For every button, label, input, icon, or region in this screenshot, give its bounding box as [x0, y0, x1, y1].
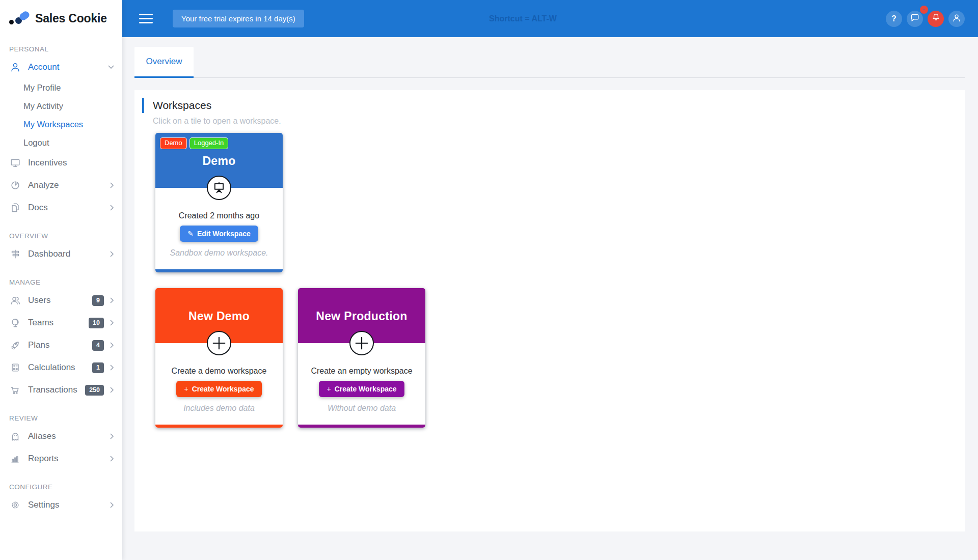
monitor-icon	[9, 157, 21, 169]
calculator-icon	[9, 361, 21, 374]
chevron-right-icon	[110, 365, 114, 371]
sidebar-item-users[interactable]: Users 9	[0, 289, 122, 312]
section-label-configure: CONFIGURE	[0, 483, 122, 491]
sidebar-item-reports[interactable]: Reports	[0, 447, 122, 470]
workspace-tile-new-demo[interactable]: New Demo Create a demo workspace + Creat…	[155, 288, 283, 428]
topbar-icons: ?	[886, 11, 965, 27]
tab-overview[interactable]: Overview	[134, 47, 194, 78]
sidebar-item-label: Logout	[23, 138, 49, 148]
workspace-tile-new-production[interactable]: New Production Create an empty workspace…	[298, 288, 425, 428]
users-icon	[9, 294, 21, 306]
easel-icon	[207, 176, 231, 200]
section-label-review: REVIEW	[0, 414, 122, 422]
tile-body: Created 2 months ago ✎ Edit Workspace Sa…	[155, 188, 283, 269]
brand-logo[interactable]: Sales Cookie	[0, 0, 122, 37]
plus-icon: +	[327, 385, 331, 393]
sidebar: Sales Cookie PERSONAL Account My Profile…	[0, 0, 122, 560]
chat-icon	[910, 13, 920, 25]
sidebar-item-label: Teams	[28, 318, 53, 328]
tile-accent-strip	[155, 269, 283, 272]
create-production-workspace-button[interactable]: + Create Workspace	[319, 381, 404, 397]
sidebar-item-label: My Activity	[23, 101, 63, 111]
brand-name: Sales Cookie	[35, 12, 107, 25]
transactions-count-badge: 250	[85, 385, 104, 396]
menu-icon[interactable]	[139, 14, 153, 23]
section-label-personal: PERSONAL	[0, 45, 122, 53]
sidebar-item-label: Transactions	[28, 385, 77, 395]
sidebar-item-label: Incentives	[28, 158, 67, 168]
sidebar-item-aliases[interactable]: Aliases	[0, 425, 122, 447]
user-menu-button[interactable]	[948, 11, 965, 27]
sidebar-item-my-activity[interactable]: My Activity	[0, 97, 122, 115]
sidebar-item-label: Dashboard	[28, 249, 70, 259]
sidebar-item-label: Users	[28, 295, 50, 305]
tab-divider	[134, 77, 965, 78]
sidebar-item-logout[interactable]: Logout	[0, 133, 122, 152]
tile-body: Create an empty workspace + Create Works…	[298, 343, 425, 425]
topbar: Your free trial expires in 14 day(s) Sho…	[122, 0, 978, 37]
plans-count-badge: 4	[92, 340, 104, 351]
sidebar-item-label: Aliases	[28, 431, 56, 441]
chevron-right-icon	[110, 456, 114, 462]
chat-button[interactable]	[907, 11, 923, 27]
help-button[interactable]: ?	[886, 11, 902, 27]
chevron-right-icon	[110, 387, 114, 393]
sidebar-item-my-workspaces[interactable]: My Workspaces	[0, 115, 122, 133]
sidebar-item-incentives[interactable]: Incentives	[0, 152, 122, 174]
workspace-tile-demo[interactable]: Demo Logged-In Demo Created 2 months ago…	[155, 133, 283, 272]
chevron-right-icon	[110, 251, 114, 257]
sidebar-item-label: Calculations	[28, 362, 75, 373]
tile-title: Demo	[155, 154, 283, 168]
chevron-right-icon	[110, 297, 114, 303]
chevron-right-icon	[110, 320, 114, 326]
sidebar-item-transactions[interactable]: Transactions 250	[0, 379, 122, 401]
main-content: Overview Workspaces Click on a tile to o…	[122, 37, 978, 560]
bar-chart-icon	[9, 453, 21, 465]
plus-icon: +	[184, 385, 188, 393]
pie-chart-icon	[9, 179, 21, 191]
gear-icon	[9, 499, 21, 511]
plus-icon	[207, 331, 231, 355]
sidebar-item-my-profile[interactable]: My Profile	[0, 78, 122, 97]
sidebar-item-dashboard[interactable]: Dashboard	[0, 243, 122, 265]
section-label-manage: MANAGE	[0, 278, 122, 286]
shortcut-hint: Shortcut = ALT-W	[489, 14, 557, 23]
page-title: Workspaces	[153, 99, 211, 111]
edit-workspace-button[interactable]: ✎ Edit Workspace	[180, 226, 258, 242]
heading-accent-bar	[142, 98, 144, 113]
tile-accent-strip	[298, 425, 425, 428]
sidebar-item-plans[interactable]: Plans 4	[0, 334, 122, 356]
chevron-right-icon	[110, 342, 114, 348]
trial-notice-pill[interactable]: Your free trial expires in 14 day(s)	[173, 10, 304, 27]
plus-icon	[349, 331, 374, 355]
sidebar-item-label: My Workspaces	[23, 120, 83, 129]
sidebar-item-analyze[interactable]: Analyze	[0, 174, 122, 197]
demo-badge: Demo	[160, 137, 187, 149]
sidebar-item-docs[interactable]: Docs	[0, 197, 122, 219]
tile-accent-strip	[155, 425, 283, 428]
chevron-right-icon	[110, 182, 114, 188]
rocket-icon	[9, 339, 21, 351]
create-demo-workspace-button[interactable]: + Create Workspace	[176, 381, 261, 397]
sidebar-item-label: Account	[28, 62, 59, 72]
teams-count-badge: 10	[89, 318, 104, 328]
sidebar-item-calculations[interactable]: Calculations 1	[0, 356, 122, 379]
documents-icon	[9, 202, 21, 214]
chevron-right-icon	[110, 205, 114, 211]
sidebar-item-teams[interactable]: Teams 10	[0, 312, 122, 334]
tile-body: Create a demo workspace + Create Workspa…	[155, 343, 283, 425]
sidebar-item-settings[interactable]: Settings	[0, 494, 122, 516]
tile-title: New Production	[298, 310, 425, 323]
notifications-button[interactable]	[928, 11, 944, 27]
bell-icon	[931, 13, 941, 24]
notification-badge	[920, 6, 928, 14]
sidebar-item-label: Plans	[28, 340, 50, 350]
user-icon	[952, 13, 962, 25]
sidebar-item-account[interactable]: Account	[0, 56, 122, 78]
page-subtitle: Click on a tile to open a workspace.	[153, 117, 281, 126]
signpost-icon	[9, 248, 21, 260]
sidebar-item-label: Settings	[28, 500, 59, 510]
calculations-count-badge: 1	[92, 362, 104, 373]
sales-cookie-logo-icon	[8, 11, 30, 26]
tile-note: Sandbox demo workspace.	[155, 248, 283, 258]
